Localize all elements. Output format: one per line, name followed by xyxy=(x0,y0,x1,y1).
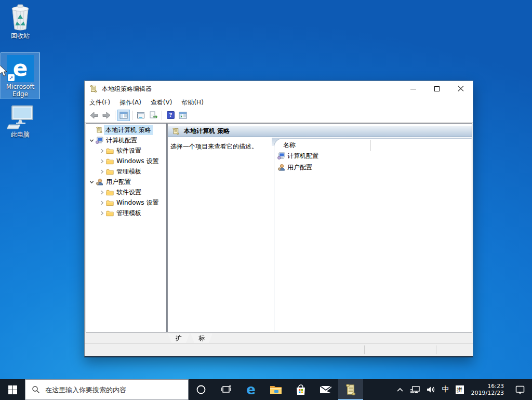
scroll-icon xyxy=(96,126,103,134)
desktop-icon-recycle-bin[interactable]: 回收站 xyxy=(1,3,40,39)
back-arrow-icon xyxy=(90,112,98,119)
user-config-icon xyxy=(96,178,103,185)
user-config-icon xyxy=(277,164,285,171)
tree-item-local-computer-policy[interactable]: 本地计算机 策略 xyxy=(86,125,166,135)
folder-icon xyxy=(106,158,114,165)
task-view-icon xyxy=(220,385,232,394)
scroll-icon xyxy=(172,127,180,135)
window-title: 本地组策略编辑器 xyxy=(102,85,152,94)
tree-item-software-settings-user[interactable]: 软件设置 xyxy=(86,187,166,197)
list-item-computer-configuration[interactable]: 计算机配置 xyxy=(277,151,318,161)
cortana-button[interactable] xyxy=(189,379,214,400)
chevron-down-icon[interactable] xyxy=(88,180,96,184)
recycle-bin-icon xyxy=(7,3,33,31)
desktop-icon-this-pc[interactable]: 此电脑 xyxy=(1,104,40,138)
close-button[interactable] xyxy=(449,81,473,97)
export-list-button[interactable] xyxy=(147,110,159,121)
search-input[interactable] xyxy=(45,386,170,394)
show-console-tree-button[interactable] xyxy=(117,110,130,121)
minimize-button[interactable] xyxy=(401,81,425,97)
start-button[interactable] xyxy=(0,379,25,400)
taskbar-search[interactable] xyxy=(25,379,189,400)
computer-config-icon xyxy=(277,152,285,159)
tree-item-administrative-templates[interactable]: 管理模板 xyxy=(86,166,166,177)
menu-action[interactable]: 操作(A) xyxy=(115,97,146,108)
network-icon xyxy=(410,385,420,394)
properties-icon xyxy=(137,112,145,119)
clock-date: 2019/12/23 xyxy=(471,390,504,396)
shortcut-arrow-icon: ➚ xyxy=(8,74,15,81)
tree-item-user-configuration[interactable]: 用户配置 xyxy=(86,177,166,187)
export-list-icon xyxy=(149,111,157,119)
chevron-right-icon[interactable] xyxy=(98,190,106,195)
taskbar-store-button[interactable] xyxy=(288,379,313,400)
taskbar-edge-button[interactable]: e xyxy=(238,379,263,400)
gpedit-window: 本地组策略编辑器 文件(F) 操作(A) 查看(V) 帮助(H) xyxy=(84,81,473,357)
statusbar-divider xyxy=(436,345,436,354)
task-view-button[interactable] xyxy=(214,379,238,400)
ime-mode-badge: 拼 xyxy=(456,385,464,394)
column-divider[interactable] xyxy=(370,140,371,151)
tab-standard[interactable]: 标准 xyxy=(191,334,212,343)
details-pane: 本地计算机 策略 选择一个项目来查看它的描述。 名称 计算机配置 xyxy=(167,123,472,332)
menu-file[interactable]: 文件(F) xyxy=(85,97,115,108)
chevron-down-icon[interactable] xyxy=(88,138,96,143)
taskbar-gpedit-button[interactable] xyxy=(338,379,363,400)
tree-item-label: 用户配置 xyxy=(104,177,132,187)
toolbar-separator xyxy=(115,111,115,120)
chevron-right-icon[interactable] xyxy=(98,201,106,205)
statusbar xyxy=(85,343,473,356)
chevron-right-icon[interactable] xyxy=(98,159,106,164)
tree-item-label: 管理模板 xyxy=(115,208,143,218)
network-status[interactable] xyxy=(407,379,423,400)
tree-item-computer-configuration[interactable]: 计算机配置 xyxy=(86,135,166,145)
console-tree-pane: 本地计算机 策略 计算机配置 xyxy=(86,123,167,332)
forward-button[interactable] xyxy=(100,110,113,121)
view-tabs: 扩展 标准 xyxy=(85,334,473,343)
chevron-right-icon[interactable] xyxy=(98,169,106,174)
toolbar-separator xyxy=(132,111,132,120)
tree-item-administrative-templates-user[interactable]: 管理模板 xyxy=(86,208,166,218)
forward-arrow-icon xyxy=(102,112,111,119)
column-header-name[interactable]: 名称 xyxy=(283,141,296,150)
tray-overflow-button[interactable] xyxy=(393,379,407,400)
action-center-icon xyxy=(515,385,525,394)
taskbar-mail-button[interactable] xyxy=(313,379,338,400)
mail-icon xyxy=(320,385,332,394)
menu-help[interactable]: 帮助(H) xyxy=(177,97,208,108)
ime-mode-indicator[interactable]: 拼 xyxy=(453,379,467,400)
list-item-label: 计算机配置 xyxy=(287,152,318,161)
file-explorer-icon xyxy=(270,384,282,395)
list-item-user-configuration[interactable]: 用户配置 xyxy=(277,162,312,172)
ime-language-indicator[interactable]: 中 xyxy=(439,379,453,400)
tree-item-label: Windows 设置 xyxy=(115,156,160,166)
taskbar-explorer-button[interactable] xyxy=(263,379,288,400)
help-button[interactable]: ? xyxy=(164,110,177,121)
chevron-right-icon[interactable] xyxy=(98,211,106,216)
speaker-icon xyxy=(427,385,436,394)
back-button[interactable] xyxy=(88,110,100,121)
tree-item-label: 软件设置 xyxy=(115,188,143,197)
svg-text:?: ? xyxy=(169,112,172,118)
action-center-button[interactable] xyxy=(508,379,532,400)
taskbar-clock[interactable]: 16:23 2019/12/23 xyxy=(467,379,508,400)
tree-item-windows-settings-user[interactable]: Windows 设置 xyxy=(86,197,166,208)
toolbar-separator xyxy=(162,111,162,120)
menu-view[interactable]: 查看(V) xyxy=(146,97,177,108)
tab-extended[interactable]: 扩展 xyxy=(168,334,190,343)
tree-item-software-settings[interactable]: 软件设置 xyxy=(86,145,166,156)
help-icon: ? xyxy=(167,111,175,119)
properties-button[interactable] xyxy=(135,110,147,121)
titlebar[interactable]: 本地组策略编辑器 xyxy=(85,81,473,97)
folder-icon xyxy=(106,148,114,154)
menubar: 文件(F) 操作(A) 查看(V) 帮助(H) xyxy=(85,97,473,108)
volume-status[interactable] xyxy=(423,379,439,400)
extended-view-icon xyxy=(179,112,187,119)
extended-view-button[interactable] xyxy=(177,110,189,121)
folder-icon xyxy=(106,168,114,175)
tree-item-windows-settings[interactable]: Windows 设置 xyxy=(86,156,166,166)
taskbar: e xyxy=(0,379,532,400)
maximize-button[interactable] xyxy=(425,81,449,97)
close-icon xyxy=(458,86,464,92)
chevron-right-icon[interactable] xyxy=(98,149,106,153)
